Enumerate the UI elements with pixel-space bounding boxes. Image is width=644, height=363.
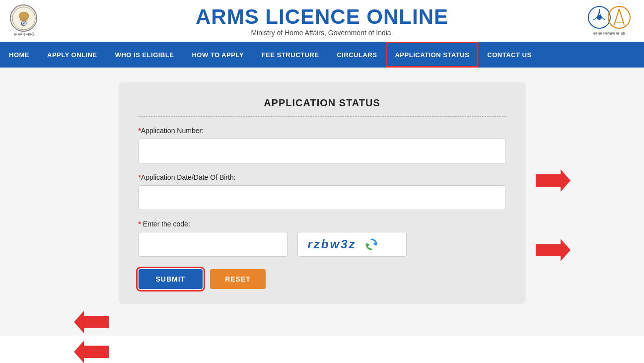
- application-date-section: *Application Date/Date Of Birth:: [139, 173, 506, 210]
- site-subtitle: Ministry of Home Affairs, Government of …: [196, 29, 448, 37]
- captcha-section: * Enter the code: rzbw3z: [139, 220, 506, 257]
- form-title: APPLICATION STATUS: [139, 97, 506, 117]
- captcha-label: * Enter the code:: [139, 220, 506, 228]
- application-number-label: *Application Number:: [139, 127, 506, 135]
- application-number-section: *Application Number:: [139, 127, 506, 163]
- captcha-row: rzbw3z: [139, 232, 506, 257]
- svg-marker-18: [74, 311, 109, 333]
- emblem-logo: सत्यमेव जयते: [10, 4, 37, 37]
- svg-text:एक कदम स्वच्छता की ओर: एक कदम स्वच्छता की ओर: [593, 31, 626, 35]
- nav-application-status[interactable]: APPLICATION STATUS: [386, 42, 478, 68]
- nav-how-to-apply[interactable]: HOW TO APPLY: [183, 42, 252, 68]
- page-header: सत्यमेव जयते ARMS LICENCE ONLINE Ministr…: [0, 0, 644, 42]
- nav-contact-us[interactable]: CONTACT US: [478, 42, 540, 68]
- nav-circulars[interactable]: CIRCULARS: [328, 42, 386, 68]
- nav-who-eligible[interactable]: WHO IS ELIGIBLE: [106, 42, 183, 68]
- svg-point-1: [19, 12, 29, 20]
- application-status-form: APPLICATION STATUS *Application Number: …: [119, 82, 526, 304]
- application-number-input[interactable]: [139, 139, 506, 163]
- main-content: APPLICATION STATUS *Application Number: …: [0, 68, 644, 336]
- captcha-refresh-icon[interactable]: [364, 237, 379, 252]
- svg-marker-16: [536, 169, 571, 192]
- emblem-caption: सत्यमेव जयते: [13, 32, 34, 37]
- nav-apply-online[interactable]: APPLY ONLINE: [38, 42, 106, 68]
- reset-button[interactable]: RESET: [210, 269, 266, 289]
- form-buttons-row: SUBMIT RESET: [139, 269, 506, 289]
- captcha-required-star: *: [139, 220, 143, 228]
- captcha-display-box: rzbw3z: [297, 232, 407, 257]
- svg-marker-19: [74, 341, 109, 363]
- captcha-input[interactable]: [139, 232, 287, 257]
- captcha-code: rzbw3z: [308, 237, 357, 251]
- arrow-annotation-1: [536, 169, 571, 194]
- form-wrapper: APPLICATION STATUS *Application Number: …: [119, 82, 526, 304]
- svg-rect-2: [20, 19, 27, 20]
- arrow-annotation-2: [536, 239, 571, 263]
- swachh-bharat-logo: एक कदम स्वच्छता की ओर: [584, 5, 634, 37]
- application-date-label: *Application Date/Date Of Birth:: [139, 173, 506, 181]
- svg-marker-20: [373, 242, 376, 246]
- arrow-annotation-captcha: [74, 311, 109, 335]
- arrow-annotation-submit: [74, 341, 109, 363]
- svg-marker-21: [366, 243, 370, 247]
- site-title-block: ARMS LICENCE ONLINE Ministry of Home Aff…: [196, 5, 448, 37]
- application-date-input[interactable]: [139, 185, 506, 210]
- main-navbar: HOME APPLY ONLINE WHO IS ELIGIBLE HOW TO…: [0, 42, 644, 68]
- site-title: ARMS LICENCE ONLINE: [196, 5, 448, 29]
- nav-fee-structure[interactable]: FEE STRUCTURE: [253, 42, 328, 68]
- emblem-image: [10, 4, 37, 32]
- nav-home[interactable]: HOME: [0, 42, 38, 68]
- svg-marker-17: [536, 239, 571, 261]
- svg-point-11: [597, 15, 602, 20]
- submit-button[interactable]: SUBMIT: [139, 269, 203, 289]
